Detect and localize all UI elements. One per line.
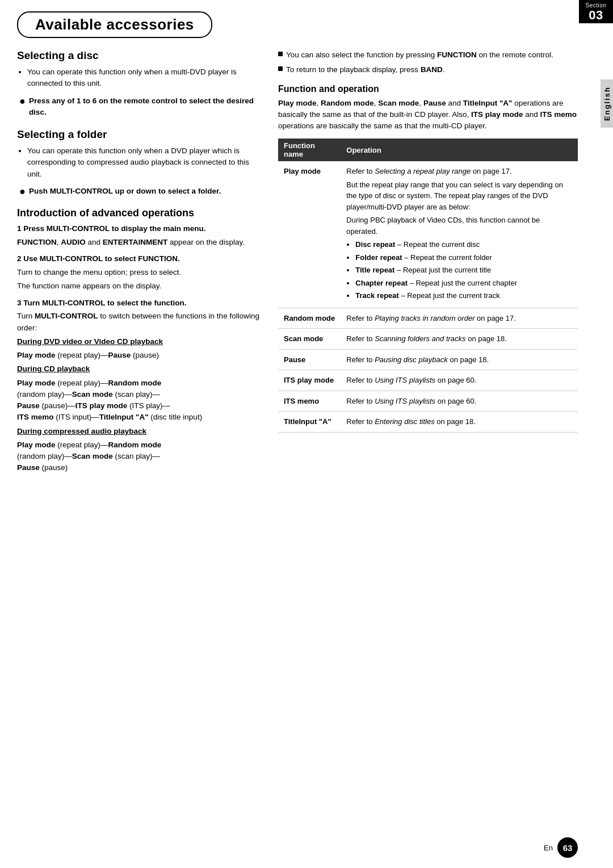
table-header-fn: Function name	[278, 139, 341, 161]
selecting-disc-instruction-text: Press any of 1 to 6 on the remote contro…	[29, 95, 261, 119]
right-bullet1-text: You can also select the function by pres…	[286, 49, 553, 61]
selecting-disc-bullets: You can operate this function only when …	[17, 66, 261, 90]
step1-body: FUNCTION, AUDIO and ENTERTAINMENT appear…	[17, 237, 261, 248]
table-row: Scan modeRefer to Scanning folders and t…	[278, 329, 578, 350]
table-cell-op: Refer to Scanning folders and tracks on …	[341, 329, 578, 350]
table-header-op: Operation	[341, 139, 578, 161]
two-col-layout: Selecting a disc You can operate this fu…	[17, 49, 578, 480]
cd-line1: Play mode (repeat play)—Random mode (ran…	[17, 378, 261, 423]
compressed-line: Play mode (repeat play)—Random mode (ran…	[17, 439, 261, 474]
selecting-disc-heading: Selecting a disc	[17, 49, 261, 62]
left-column: Selecting a disc You can operate this fu…	[17, 49, 261, 480]
table-header-row: Function name Operation	[278, 139, 578, 161]
step1-title: 1 Press MULTI-CONTROL to display the mai…	[17, 224, 261, 234]
table-cell-fn: Play mode	[278, 161, 341, 308]
section-number: 03	[579, 9, 613, 22]
selecting-folder-bullets: You can operate this function only when …	[17, 145, 261, 180]
table-cell-op: Refer to Entering disc titles on page 18…	[341, 412, 578, 433]
page-number: 63	[557, 837, 578, 858]
func-op-desc: Play mode, Random mode, Scan mode, Pause…	[278, 98, 578, 132]
selecting-folder-instruction-text: Push MULTI-CONTROL up or down to select …	[29, 186, 221, 197]
table-cell-fn: Random mode	[278, 308, 341, 329]
bullet-circle-icon2: ●	[19, 186, 26, 196]
selecting-folder-bold-instruction: ● Push MULTI-CONTROL up or down to selec…	[19, 186, 261, 197]
right-bullet1: You can also select the function by pres…	[278, 49, 578, 61]
table-cell-fn: ITS memo	[278, 391, 341, 412]
intro-advanced-heading: Introduction of advanced operations	[17, 207, 261, 219]
dvd-label: During DVD video or Video CD playback	[17, 336, 261, 347]
step2: 2 Use MULTI-CONTROL to select FUNCTION. …	[17, 254, 261, 292]
selecting-folder-bullet1: You can operate this function only when …	[27, 145, 261, 180]
table-row: TitleInput "A"Refer to Entering disc tit…	[278, 412, 578, 433]
step2-title: 2 Use MULTI-CONTROL to select FUNCTION.	[17, 254, 261, 265]
square-bullet-icon2	[278, 66, 283, 71]
step3-body1: Turn MULTI-CONTROL to switch between the…	[17, 311, 261, 334]
step1: 1 Press MULTI-CONTROL to display the mai…	[17, 224, 261, 248]
step3: 3 Turn MULTI-CONTROL to select the funct…	[17, 298, 261, 474]
en-label: En	[544, 844, 553, 852]
selecting-disc-bold-instruction: ● Press any of 1 to 6 on the remote cont…	[19, 95, 261, 119]
table-cell-fn: ITS play mode	[278, 370, 341, 391]
dvd-line: Play mode (repeat play)—Pause (pause)	[17, 350, 261, 361]
step2-body1: Turn to change the menu option; press to…	[17, 267, 261, 278]
step2-body2: The function name appears on the display…	[17, 280, 261, 292]
section-tab: Section 03	[579, 0, 613, 23]
main-container: Available accessories Selecting a disc Y…	[0, 0, 613, 497]
step3-title: 3 Turn MULTI-CONTROL to select the funct…	[17, 298, 261, 309]
selecting-folder-heading: Selecting a folder	[17, 128, 261, 141]
table-cell-op: Refer to Playing tracks in random order …	[341, 308, 578, 329]
table-cell-fn: TitleInput "A"	[278, 412, 341, 433]
english-side-label: English	[601, 79, 613, 128]
table-cell-op: Refer to Using ITS playlists on page 60.	[341, 391, 578, 412]
func-op-heading: Function and operation	[278, 84, 578, 94]
table-row: Random modeRefer to Playing tracks in ra…	[278, 308, 578, 329]
square-bullet-icon1	[278, 52, 283, 56]
bullet-circle-icon: ●	[19, 96, 26, 106]
table-cell-fn: Scan mode	[278, 329, 341, 350]
right-column: You can also select the function by pres…	[278, 49, 578, 433]
table-row: PauseRefer to Pausing disc playback on p…	[278, 349, 578, 370]
cd-label: During CD playback	[17, 363, 261, 375]
selecting-disc-bullet1: You can operate this function only when …	[27, 66, 261, 90]
table-cell-fn: Pause	[278, 349, 341, 370]
table-row: ITS memoRefer to Using ITS playlists on …	[278, 391, 578, 412]
table-cell-op: Refer to Pausing disc playback on page 1…	[341, 349, 578, 370]
page-title: Available accessories	[35, 16, 194, 33]
right-bullet2: To return to the playback display, press…	[278, 64, 578, 76]
table-row: ITS play modeRefer to Using ITS playlist…	[278, 370, 578, 391]
right-bullet2-text: To return to the playback display, press…	[286, 64, 445, 76]
function-table: Function name Operation Play modeRefer t…	[278, 139, 578, 433]
page-footer: En 63	[544, 837, 578, 858]
table-cell-op: Refer to Using ITS playlists on page 60.	[341, 370, 578, 391]
table-cell-op: Refer to Selecting a repeat play range o…	[341, 161, 578, 308]
table-row: Play modeRefer to Selecting a repeat pla…	[278, 161, 578, 308]
compressed-label: During compressed audio playback	[17, 426, 261, 437]
page-title-box: Available accessories	[17, 11, 212, 38]
